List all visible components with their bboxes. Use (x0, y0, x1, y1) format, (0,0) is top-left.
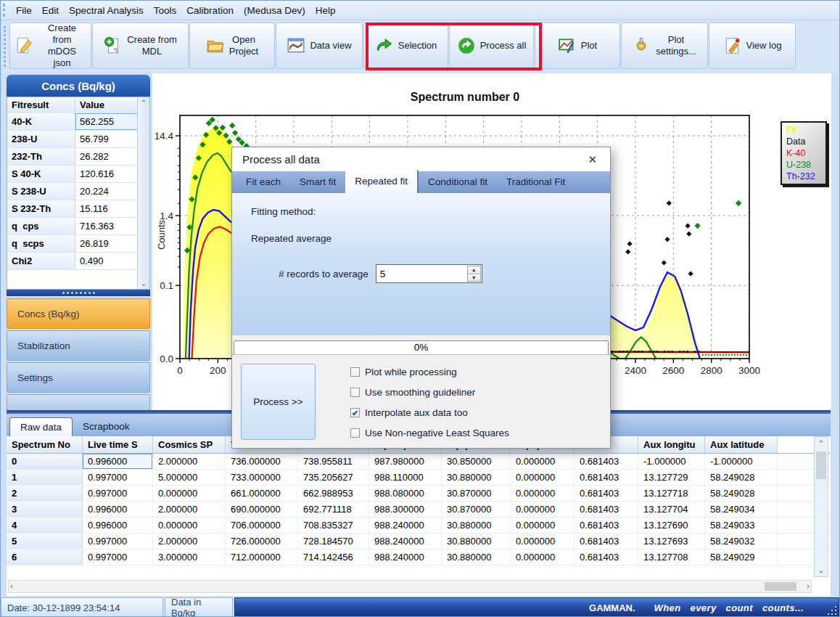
fitresult-row[interactable]: 238-U56.799 (7, 131, 149, 148)
fitresult-scrollbar[interactable]: ⌃ ⌄ (137, 97, 149, 289)
table-row[interactable]: 40.9960000.000000706.000000708.835327988… (7, 518, 831, 534)
toolbar-button-label: Create from MDL (127, 34, 177, 58)
fitresult-row[interactable]: q cps716.363 (7, 218, 149, 235)
data-cell: 736.000000 (226, 454, 298, 469)
sidebar-nav-concs-bq-kg[interactable]: Concs (Bq/kg) (7, 298, 150, 329)
process-button[interactable]: Process >> (241, 364, 316, 440)
data-cell: 661.000000 (226, 486, 298, 501)
toolbar-button-label: Open Project (229, 34, 258, 58)
data-cell: 0.681403 (575, 502, 638, 517)
column-header-aux-longitu[interactable]: Aux longitu (638, 436, 705, 453)
option-label: Use Non-negative Least Squares (365, 428, 509, 438)
toolbar-button-create-frommdos-json[interactable]: Create from mDOS json (9, 23, 91, 69)
menu-item-tools[interactable]: Tools (149, 3, 182, 18)
checkbox-icon[interactable] (350, 367, 360, 377)
table-row[interactable]: 00.9960002.000000736.000000738.955811987… (7, 454, 831, 470)
menu-item-edit[interactable]: Edit (37, 3, 64, 18)
scroll-up-icon[interactable]: ⌃ (815, 439, 828, 447)
scrollbar-thumb[interactable] (816, 451, 826, 479)
table-row[interactable]: 10.9970005.000000733.000000735.205627988… (7, 470, 831, 486)
menu-item-calibration[interactable]: Calibration (181, 3, 239, 18)
dialog-titlebar[interactable]: Process all data ✕ (232, 147, 610, 171)
svg-text:14.4: 14.4 (155, 131, 174, 142)
table-row[interactable]: 20.9970000.000000661.000000662.988953988… (7, 486, 831, 502)
menu-item-help[interactable]: Help (310, 3, 341, 18)
fitresult-value[interactable]: 20.224 (75, 183, 138, 200)
table-row[interactable]: 60.9970003.000000712.000000714.142456988… (7, 549, 831, 565)
fitresult-value[interactable]: 120.616 (75, 166, 138, 182)
resize-grip-icon[interactable] (828, 606, 836, 615)
column-header-aux-latitude[interactable]: Aux latitude (705, 436, 778, 453)
toolbar-button-view-log[interactable]: View log (709, 23, 796, 69)
tab-scrapbook[interactable]: Scrapbook (73, 417, 140, 436)
records-value[interactable]: 5 (376, 269, 467, 279)
sidebar-nav-stabilization[interactable]: Stabilization (7, 330, 150, 361)
dialog-tab-smart-fit[interactable]: Smart fit (290, 171, 345, 193)
toolbar-button-selection[interactable]: Selection (363, 23, 448, 69)
spin-down-icon[interactable]: ▼ (468, 274, 480, 282)
data-cell: 712.000000 (226, 549, 298, 565)
table-horizontal-scrollbar[interactable]: ‹ › (8, 580, 812, 593)
option-plot-while-processing[interactable]: Plot while processing (350, 365, 457, 378)
option-use-non-negative-least-squares[interactable]: Use Non-negative Least Squares (350, 426, 509, 439)
fitresult-row[interactable]: S 238-U20.224 (7, 183, 149, 200)
fitresult-row[interactable]: S 232-Th15.116 (7, 200, 149, 218)
checkbox-icon[interactable] (350, 428, 360, 438)
scrollbar-thumb[interactable] (765, 582, 796, 591)
dialog-tab-conditional-fit[interactable]: Conditional fit (419, 171, 497, 193)
menu-item-file[interactable]: File (11, 3, 37, 18)
fitresult-row[interactable]: q scps26.819 (7, 235, 149, 253)
fitresult-value[interactable]: 0.490 (75, 253, 138, 269)
fitresult-row[interactable]: Chi20.490 (7, 253, 149, 270)
dialog-tab-fit-each[interactable]: Fit each (236, 171, 290, 193)
fitresult-col-header[interactable]: Value (75, 97, 138, 113)
column-header-live-time-s[interactable]: Live time S (83, 436, 153, 453)
column-header-spectrum-no[interactable]: Spectrum No (7, 436, 83, 453)
option-interpolate-aux-data-too[interactable]: ✔Interpolate aux data too (350, 406, 468, 419)
dialog-tab-repeated-fit[interactable]: Repeated fit (345, 170, 419, 193)
toolbar-button-create-frommdl[interactable]: Create from MDL (92, 23, 189, 69)
scroll-right-icon[interactable]: › (807, 581, 810, 590)
fitresult-row[interactable]: S 40-K120.616 (7, 166, 149, 183)
table-vertical-scrollbar[interactable]: ⌃ ⌄ (814, 436, 828, 577)
fitresult-value[interactable]: 56.799 (75, 131, 138, 147)
fitresult-value[interactable]: 15.116 (75, 200, 138, 217)
fitresult-value[interactable]: 562.255 (75, 113, 138, 130)
tab-raw-data[interactable]: Raw data (9, 417, 73, 436)
dialog-tab-traditional-fit[interactable]: Traditional Fit (497, 171, 575, 193)
toolbar-button-openproject[interactable]: Open Project (189, 23, 275, 69)
fitresult-name: S 238-U (7, 183, 75, 200)
scroll-left-icon[interactable]: ‹ (10, 581, 13, 590)
menu-item-spectral-analysis[interactable]: Spectral Analysis (64, 3, 149, 18)
fitresult-value[interactable]: 26.819 (75, 235, 138, 252)
toolbar-button-plot[interactable]: Plot (535, 23, 620, 69)
fitresult-value[interactable]: 716.363 (75, 218, 138, 234)
menu-item-medusa-dev[interactable]: (Medusa Dev) (239, 3, 310, 18)
records-spinner[interactable]: 5 ▲ ▼ (376, 264, 482, 283)
scroll-down-icon[interactable]: ⌄ (138, 279, 149, 287)
table-row[interactable]: 30.9960002.000000690.000000692.771118988… (7, 502, 831, 518)
checkbox-icon[interactable] (350, 388, 360, 397)
option-use-smoothing-guideliner[interactable]: Use smoothing guideliner (350, 385, 475, 399)
svg-text:0.1: 0.1 (160, 280, 173, 291)
scroll-up-icon[interactable]: ⌃ (138, 99, 149, 107)
close-icon[interactable]: ✕ (585, 153, 600, 166)
table-row[interactable]: 50.9970002.000000726.000000728.184570988… (7, 534, 831, 549)
toolbar-button-process-all[interactable]: Process all (449, 23, 534, 69)
scroll-down-icon[interactable]: ⌄ (815, 566, 828, 574)
spin-up-icon[interactable]: ▲ (468, 266, 480, 274)
checkbox-checked-icon[interactable]: ✔ (350, 408, 360, 417)
column-header-cosmics-sp[interactable]: Cosmics SP (153, 436, 226, 453)
fitresult-row[interactable]: 40-K562.255 (7, 113, 149, 131)
data-cell: 58.249028 (705, 486, 778, 501)
toolbar-button-plotsettings[interactable]: Plot settings... (621, 23, 708, 69)
fitresult-row[interactable]: 232-Th26.282 (7, 148, 149, 166)
fitresult-col-header[interactable]: Fitresult (7, 97, 75, 113)
sidebar: Concs (Bq/kg) FitresultValue40-K562.2552… (7, 75, 150, 409)
fitresult-value[interactable]: 26.282 (75, 148, 138, 165)
sidebar-splitter[interactable] (7, 290, 150, 296)
option-label: Interpolate aux data too (365, 407, 468, 418)
sidebar-nav-settings[interactable]: Settings (7, 362, 150, 393)
dialog-title: Process all data (242, 153, 320, 166)
toolbar-button-data-view[interactable]: Data view (276, 23, 363, 69)
